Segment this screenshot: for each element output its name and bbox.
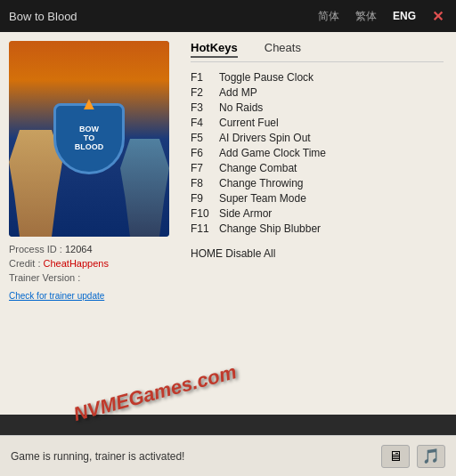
hotkey-item-1: F2 Add MP	[191, 86, 444, 99]
status-icons: 🖥 🎵	[381, 445, 445, 468]
hotkey-key-9: F10	[191, 207, 219, 220]
hotkey-key-1: F2	[191, 86, 219, 99]
version-row: Trainer Version :	[9, 272, 169, 283]
monitor-icon-button[interactable]: 🖥	[381, 445, 410, 468]
left-panel: ▲ BOW TO BLOOD Process ID : 12064 Credit…	[0, 32, 178, 415]
hotkey-item-5: F6 Add Game Clock Time	[191, 147, 444, 159]
close-button[interactable]: ✕	[428, 8, 447, 25]
title-bar: Bow to Blood 简体 繁体 ENG ✕	[0, 0, 456, 32]
game-shield: ▲ BOW TO BLOOD	[53, 103, 125, 174]
status-bar: Game is running, trainer is activated! 🖥…	[0, 435, 456, 476]
hotkey-key-8: F9	[191, 192, 219, 205]
credit-value: CheatHappens	[44, 258, 109, 269]
version-link[interactable]: Check for trainer update	[9, 291, 104, 301]
hotkeys-list: F1 Toggle Pause Clock F2 Add MP F3 No Ra…	[191, 71, 444, 235]
tab-hotkeys[interactable]: HotKeys	[191, 41, 238, 58]
hotkey-desc-10: Change Ship Blubber	[219, 222, 321, 235]
music-icon-button[interactable]: 🎵	[417, 445, 445, 468]
game-logo: ▲ BOW TO BLOOD	[53, 103, 125, 174]
hotkey-item-3: F4 Current Fuel	[191, 117, 444, 129]
hotkey-key-6: F7	[191, 162, 219, 174]
hotkey-desc-7: Change Throwing	[219, 177, 304, 190]
hotkey-desc-6: Change Combat	[219, 162, 297, 174]
main-content: ▲ BOW TO BLOOD Process ID : 12064 Credit…	[0, 32, 456, 415]
version-link-row: Check for trainer update	[9, 286, 169, 303]
hotkey-item-6: F7 Change Combat	[191, 162, 444, 174]
hotkey-desc-9: Side Armor	[219, 207, 272, 220]
hotkey-item-0: F1 Toggle Pause Clock	[191, 71, 444, 84]
tab-cheats[interactable]: Cheats	[265, 41, 301, 58]
hotkey-item-7: F8 Change Throwing	[191, 177, 444, 190]
app-title: Bow to Blood	[9, 10, 77, 23]
tab-bar: HotKeys Cheats	[191, 41, 444, 62]
hotkey-key-5: F6	[191, 147, 219, 159]
hotkey-item-2: F3 No Raids	[191, 101, 444, 114]
status-message: Game is running, trainer is activated!	[11, 450, 184, 463]
hotkey-key-0: F1	[191, 71, 219, 84]
lang-simplified[interactable]: 简体	[314, 7, 343, 26]
lang-english[interactable]: ENG	[389, 8, 419, 24]
process-id-label: Process ID :	[9, 244, 62, 254]
version-label: Trainer Version :	[9, 272, 80, 283]
home-desc: Disable All	[225, 247, 275, 260]
music-icon: 🎵	[422, 448, 440, 464]
hotkey-desc-8: Super Team Mode	[219, 192, 306, 205]
title-bar-controls: 简体 繁体 ENG ✕	[314, 7, 447, 26]
home-section: HOME Disable All	[191, 247, 444, 260]
hotkey-desc-2: No Raids	[219, 101, 263, 114]
hotkey-desc-3: Current Fuel	[219, 117, 279, 129]
hotkey-item-4: F5 AI Drivers Spin Out	[191, 132, 444, 144]
credit-label: Credit :	[9, 258, 40, 269]
game-title-overlay: BOW TO BLOOD	[75, 125, 104, 152]
hotkey-desc-0: Toggle Pause Clock	[219, 71, 314, 84]
lang-traditional[interactable]: 繁体	[352, 7, 380, 26]
hotkey-desc-5: Add Game Clock Time	[219, 147, 326, 159]
process-id-value: 12064	[65, 244, 93, 254]
process-id-row: Process ID : 12064	[9, 244, 169, 254]
hotkey-key-4: F5	[191, 132, 219, 144]
arrow-icon: ▲	[80, 93, 98, 114]
right-panel: HotKeys Cheats F1 Toggle Pause Clock F2 …	[178, 32, 456, 415]
hotkey-item-8: F9 Super Team Mode	[191, 192, 444, 205]
hotkey-key-7: F8	[191, 177, 219, 190]
home-key: HOME	[191, 247, 223, 260]
hotkey-desc-4: AI Drivers Spin Out	[219, 132, 311, 144]
credit-row: Credit : CheatHappens	[9, 258, 169, 269]
game-image: ▲ BOW TO BLOOD	[9, 41, 169, 237]
hotkey-key-10: F11	[191, 222, 219, 235]
hotkey-item-10: F11 Change Ship Blubber	[191, 222, 444, 235]
hotkey-key-3: F4	[191, 117, 219, 129]
hotkey-item-9: F10 Side Armor	[191, 207, 444, 220]
hotkey-desc-1: Add MP	[219, 86, 257, 99]
hotkey-key-2: F3	[191, 101, 219, 114]
info-section: Process ID : 12064 Credit : CheatHappens…	[9, 237, 169, 303]
monitor-icon: 🖥	[388, 448, 403, 464]
